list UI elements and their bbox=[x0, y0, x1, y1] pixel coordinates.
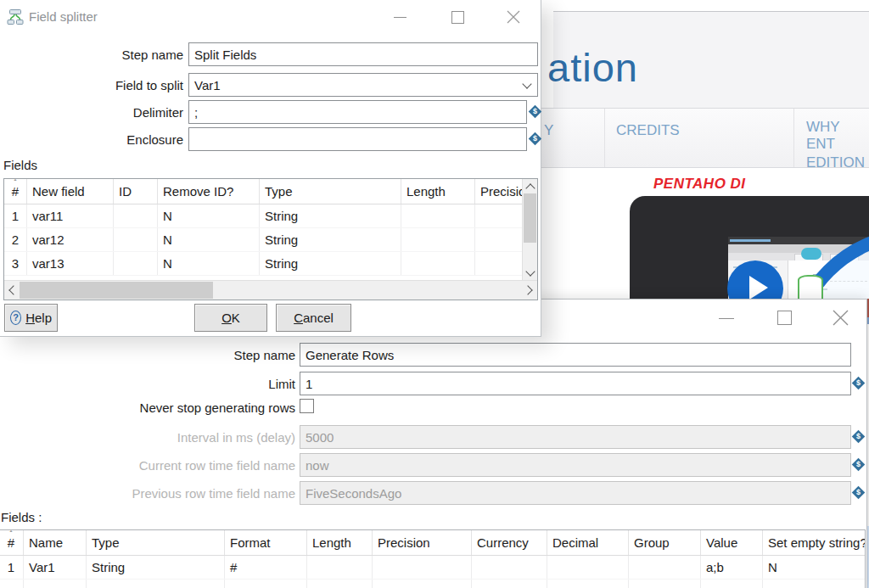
table-cell[interactable]: 1 bbox=[4, 204, 27, 228]
table-cell[interactable] bbox=[307, 556, 373, 580]
tab-why-enterprise[interactable]: WHY ENT EDITION bbox=[806, 119, 869, 171]
table-header-row: ˆ#NameTypeFormatLengthPrecisionCurrencyD… bbox=[0, 530, 866, 556]
table-cell[interactable] bbox=[629, 580, 701, 588]
table-cell[interactable] bbox=[472, 580, 547, 588]
interval-input bbox=[300, 425, 851, 449]
scroll-left-arrow[interactable] bbox=[6, 281, 18, 300]
chevron-down-icon bbox=[522, 79, 531, 88]
table-cell[interactable] bbox=[0, 580, 24, 588]
table-cell[interactable]: a;b bbox=[701, 556, 763, 580]
fields-section-label: Fields : bbox=[1, 510, 42, 524]
variable-icon: $ bbox=[529, 132, 542, 146]
column-header: Length bbox=[307, 530, 373, 556]
field-to-split-combo[interactable]: Var1 bbox=[188, 73, 538, 97]
fields-table: ˆ#NameTypeFormatLengthPrecisionCurrencyD… bbox=[0, 529, 866, 588]
table-cell[interactable] bbox=[629, 556, 701, 580]
table-cell[interactable]: N bbox=[158, 228, 260, 252]
previous-row-label: Previous row time field name bbox=[0, 486, 295, 501]
scroll-down-arrow[interactable] bbox=[523, 267, 537, 279]
horizontal-scrollbar[interactable] bbox=[4, 280, 537, 300]
table-cell[interactable] bbox=[24, 580, 87, 588]
cloud-icon bbox=[801, 248, 821, 260]
table-cell[interactable] bbox=[373, 580, 472, 588]
close-button[interactable] bbox=[502, 7, 524, 27]
table-cell[interactable]: # bbox=[225, 556, 307, 580]
ok-button[interactable]: OK bbox=[194, 304, 267, 332]
vertical-scrollbar[interactable] bbox=[522, 179, 537, 281]
step-name-input[interactable] bbox=[188, 42, 538, 66]
table-cell[interactable]: N bbox=[158, 204, 260, 228]
help-button-label: Help bbox=[25, 311, 52, 325]
table-cell[interactable] bbox=[401, 228, 475, 252]
table-cell[interactable] bbox=[373, 556, 472, 580]
step-name-input[interactable] bbox=[300, 343, 851, 367]
table-cell[interactable]: String bbox=[260, 228, 401, 252]
table-cell[interactable] bbox=[114, 252, 158, 276]
column-header: Type bbox=[87, 530, 225, 556]
table-cell[interactable] bbox=[114, 204, 158, 228]
never-stop-checkbox[interactable] bbox=[300, 399, 314, 413]
delimiter-input[interactable] bbox=[188, 100, 527, 124]
table-cell[interactable] bbox=[701, 580, 763, 588]
column-header: ID bbox=[114, 179, 158, 204]
limit-input[interactable] bbox=[300, 372, 851, 395]
table-cell[interactable]: String bbox=[260, 204, 401, 228]
table-cell[interactable]: var12 bbox=[27, 228, 114, 252]
table-cell[interactable]: String bbox=[260, 252, 401, 276]
close-button[interactable] bbox=[829, 306, 851, 328]
table-cell[interactable]: var11 bbox=[27, 204, 114, 228]
field-splitter-icon bbox=[7, 8, 24, 25]
help-button[interactable]: ? Help bbox=[4, 304, 58, 332]
generate-rows-fields-table: ˆ#NameTypeFormatLengthPrecisionCurrencyD… bbox=[0, 530, 866, 588]
table-cell[interactable] bbox=[401, 204, 475, 228]
table-cell[interactable] bbox=[547, 580, 629, 588]
maximize-button[interactable] bbox=[446, 7, 468, 27]
table-cell[interactable]: 2 bbox=[4, 228, 27, 252]
cancel-button[interactable]: Cancel bbox=[276, 304, 351, 332]
table-cell[interactable]: String bbox=[87, 556, 225, 580]
interval-label: Interval in ms (delay) bbox=[0, 430, 295, 445]
table-cell[interactable] bbox=[472, 556, 547, 580]
column-header: Length bbox=[401, 179, 475, 204]
table-cell[interactable]: 1 bbox=[0, 556, 24, 580]
scrollbar-thumb[interactable] bbox=[20, 282, 213, 299]
table-cell[interactable] bbox=[114, 228, 158, 252]
variable-icon: $ bbox=[852, 377, 866, 390]
tab-credits[interactable]: CREDITS bbox=[616, 122, 680, 139]
variable-icon: $ bbox=[852, 430, 866, 444]
scroll-right-arrow[interactable] bbox=[524, 281, 535, 300]
table-cell[interactable]: 3 bbox=[4, 252, 27, 276]
table-cell[interactable] bbox=[763, 580, 866, 588]
table-row bbox=[0, 580, 866, 588]
cancel-button-label: Cancel bbox=[294, 311, 334, 325]
column-header: Currency bbox=[472, 530, 547, 556]
tab-partial[interactable]: Y bbox=[544, 122, 553, 139]
step-name-label: Step name bbox=[0, 348, 295, 362]
table-row: 1Var1String#a;bN bbox=[0, 556, 866, 580]
table-cell[interactable] bbox=[225, 580, 307, 588]
current-row-label: Current row time field name bbox=[0, 458, 295, 473]
table-cell[interactable]: Var1 bbox=[24, 556, 87, 580]
current-row-input bbox=[300, 453, 851, 477]
table-cell[interactable] bbox=[307, 580, 373, 588]
variable-icon: $ bbox=[529, 105, 542, 119]
table-cell[interactable] bbox=[87, 580, 225, 588]
minimize-button[interactable] bbox=[389, 7, 411, 27]
maximize-button[interactable] bbox=[773, 307, 795, 328]
scroll-up-arrow[interactable] bbox=[523, 181, 537, 193]
dialog-title: Field splitter bbox=[29, 9, 98, 24]
field-splitter-fields-table: ˆ#New fieldIDRemove ID?TypeLengthPrecisi… bbox=[4, 179, 538, 276]
table-cell[interactable]: N bbox=[158, 252, 260, 276]
scrollbar-thumb[interactable] bbox=[524, 193, 536, 243]
table-header-row: ˆ#New fieldIDRemove ID?TypeLengthPrecisi… bbox=[4, 179, 538, 204]
column-header: New field bbox=[27, 179, 114, 204]
table-cell[interactable] bbox=[401, 252, 475, 276]
minimize-button[interactable] bbox=[715, 308, 737, 328]
variable-icon: $ bbox=[852, 458, 866, 472]
delimiter-label: Delimiter bbox=[0, 105, 183, 120]
minimize-icon bbox=[719, 318, 734, 319]
enclosure-input[interactable] bbox=[188, 127, 527, 151]
table-cell[interactable]: N bbox=[763, 556, 866, 580]
table-cell[interactable] bbox=[547, 556, 629, 580]
table-cell[interactable]: var13 bbox=[27, 252, 114, 276]
